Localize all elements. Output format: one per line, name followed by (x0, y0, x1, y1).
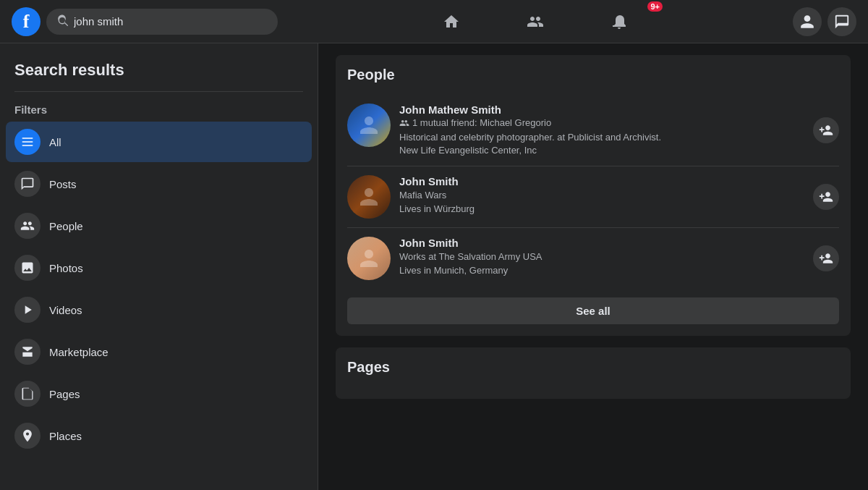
sidebar-pages-label: Pages (49, 388, 80, 400)
marketplace-icon (14, 339, 41, 365)
people-card-title: People (347, 67, 839, 83)
header: f 9+ (0, 0, 868, 43)
person-mutual: 1 mutual friend: Michael Gregorio (399, 117, 804, 128)
person-name: John Smith (399, 237, 804, 249)
sidebar-item-posts[interactable]: Posts (6, 164, 312, 204)
people-icon (14, 213, 41, 239)
sidebar-photos-label: Photos (49, 262, 83, 274)
sidebar-people-label: People (49, 220, 83, 232)
nav-home[interactable] (411, 4, 492, 39)
person-detail: Historical and celebrity photographer. a… (399, 131, 804, 157)
avatar-image (347, 175, 391, 219)
person-item: John Smith Mafia Wars Lives in Würzburg (347, 166, 839, 228)
add-friend-button[interactable] (813, 184, 839, 210)
add-friend-button[interactable] (813, 117, 839, 143)
people-card: People John Mathew Smith 1 mutual friend… (336, 55, 851, 336)
pages-icon (14, 381, 41, 407)
person-detail: Works at The Salvation Army USA Lives in… (399, 250, 804, 276)
mutual-text: 1 mutual friend: Michael Gregorio (412, 117, 551, 128)
messenger-button[interactable] (827, 7, 856, 36)
sidebar-item-all[interactable]: All (6, 122, 312, 162)
facebook-logo[interactable]: f (12, 7, 41, 36)
sidebar-item-marketplace[interactable]: Marketplace (6, 331, 312, 372)
notification-badge: 9+ (647, 1, 663, 12)
sidebar-all-label: All (49, 136, 61, 148)
person-name: John Smith (399, 175, 804, 187)
sidebar-title: Search results (6, 55, 312, 88)
avatar-image (347, 237, 391, 280)
person-item: John Smith Works at The Salvation Army U… (347, 228, 839, 289)
main-content: People John Mathew Smith 1 mutual friend… (318, 43, 868, 490)
avatar-image (347, 104, 391, 147)
person-detail: Mafia Wars Lives in Würzburg (399, 189, 804, 215)
sidebar-item-people[interactable]: People (6, 206, 312, 246)
pages-card-title: Pages (347, 359, 839, 376)
search-input[interactable] (74, 15, 268, 28)
filters-label: Filters (6, 101, 312, 122)
sidebar: Search results Filters All Posts People (0, 43, 318, 490)
person-info: John Smith Works at The Salvation Army U… (399, 237, 804, 276)
nav-notifications[interactable]: 9+ (579, 4, 660, 39)
page-body: Search results Filters All Posts People (0, 43, 868, 490)
places-icon (14, 423, 41, 449)
person-item: John Mathew Smith 1 mutual friend: Micha… (347, 95, 839, 166)
posts-icon (14, 171, 41, 197)
videos-icon (14, 297, 41, 323)
header-actions (793, 7, 856, 36)
search-icon (56, 14, 68, 29)
avatar[interactable] (347, 175, 391, 219)
sidebar-places-label: Places (49, 430, 82, 442)
see-all-button[interactable]: See all (347, 297, 839, 324)
pages-card: Pages (336, 347, 851, 399)
profile-button[interactable] (793, 7, 822, 36)
header-nav: 9+ (284, 4, 787, 39)
sidebar-item-photos[interactable]: Photos (6, 248, 312, 288)
add-friend-button[interactable] (813, 245, 839, 271)
avatar[interactable] (347, 237, 391, 280)
sidebar-videos-label: Videos (49, 304, 82, 316)
all-icon (14, 129, 41, 155)
search-bar[interactable] (46, 9, 278, 35)
person-name: John Mathew Smith (399, 104, 804, 116)
sidebar-item-pages[interactable]: Pages (6, 373, 312, 414)
person-info: John Mathew Smith 1 mutual friend: Micha… (399, 104, 804, 157)
person-info: John Smith Mafia Wars Lives in Würzburg (399, 175, 804, 215)
avatar[interactable] (347, 104, 391, 147)
sidebar-item-videos[interactable]: Videos (6, 290, 312, 330)
sidebar-item-places[interactable]: Places (6, 415, 312, 456)
nav-friends[interactable] (495, 4, 576, 39)
sidebar-divider (14, 91, 303, 92)
sidebar-posts-label: Posts (49, 178, 77, 190)
sidebar-marketplace-label: Marketplace (49, 346, 109, 358)
photos-icon (14, 255, 41, 281)
